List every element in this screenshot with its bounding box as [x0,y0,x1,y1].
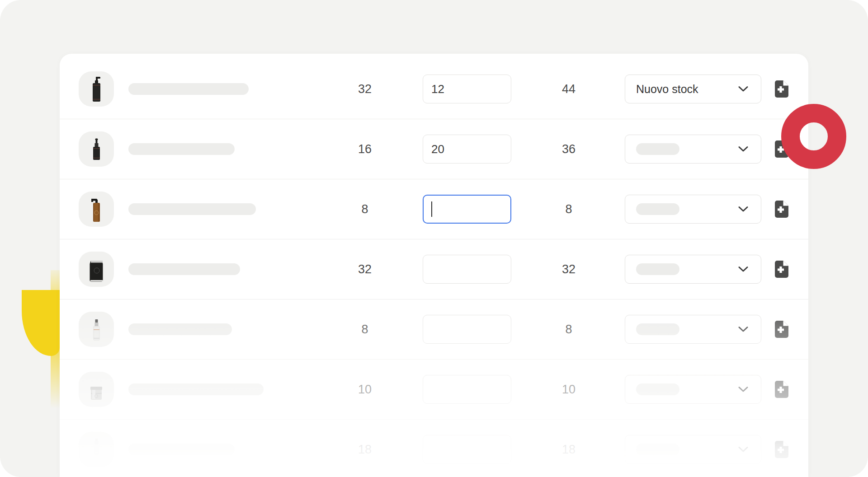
file-plus-icon [775,321,788,338]
current-stock-value: 8 [335,323,394,337]
add-document-button[interactable] [775,261,788,278]
add-document-button[interactable] [775,321,788,338]
total-stock-value: 8 [539,323,598,337]
chevron-down-icon [738,86,748,92]
current-stock-value: 32 [335,262,394,276]
file-plus-icon [775,80,788,98]
new-stock-input[interactable] [423,435,511,464]
pump-bottle-amber-icon [86,196,106,223]
new-stock-input[interactable]: 20 [423,135,511,164]
current-stock-value: 8 [335,202,394,216]
file-plus-icon [775,201,788,218]
select-placeholder-skeleton [636,444,679,455]
select-selected-value: Nuovo stock [636,83,698,96]
stock-action-select[interactable]: Nuovo stock [625,75,761,103]
table-row: 8 8 [60,299,808,360]
table-row: 32 32 [60,239,808,299]
total-stock-value: 10 [539,383,598,397]
file-plus-icon [775,261,788,278]
total-stock-value: 8 [539,202,598,216]
stock-action-select[interactable] [625,435,761,464]
new-stock-input[interactable] [423,195,511,224]
product-name-skeleton [128,83,249,95]
product-thumbnail [79,432,114,467]
product-thumbnail [79,192,114,227]
chevron-down-icon [738,267,748,272]
new-stock-input[interactable] [423,375,511,404]
current-stock-value: 18 [335,443,394,457]
stock-action-select[interactable] [625,195,761,224]
stock-action-select[interactable] [625,315,761,344]
table-row: 8 8 [60,179,808,239]
serum-bottle-white-icon [86,316,106,343]
current-stock-value: 16 [335,142,394,156]
stock-table-card: 32 12 44 Nuovo stock 16 20 [60,54,808,477]
current-stock-value: 10 [335,383,394,397]
text-cursor [431,201,432,217]
product-name-skeleton [128,203,256,215]
stock-action-select[interactable] [625,135,761,164]
product-thumbnail [79,131,114,167]
product-thumbnail [79,312,114,347]
stock-table: 32 12 44 Nuovo stock 16 20 [60,59,808,477]
add-document-button[interactable] [775,381,788,398]
table-row: 16 20 36 [60,119,808,179]
chevron-down-icon [738,146,748,152]
chevron-down-icon [738,327,748,332]
product-name-skeleton [128,444,235,455]
current-stock-value: 32 [335,82,394,96]
select-placeholder-skeleton [636,263,679,275]
new-stock-input-value: 20 [431,142,444,156]
new-stock-input[interactable] [423,255,511,284]
yellow-blur-strip-decoration [51,270,61,408]
chevron-down-icon [738,206,748,212]
product-thumbnail [79,252,114,287]
table-row: 32 12 44 Nuovo stock [60,59,808,119]
new-stock-input[interactable] [423,315,511,344]
new-stock-input[interactable]: 12 [423,75,511,103]
table-row: 18 18 [60,420,808,477]
table-row: 10 10 [60,360,808,420]
file-plus-icon [775,381,788,398]
total-stock-value: 32 [539,262,598,276]
add-document-button[interactable] [775,80,788,98]
pump-bottle-black-icon [86,75,106,103]
select-placeholder-skeleton [636,383,679,395]
new-stock-input-value: 12 [431,82,444,96]
total-stock-value: 36 [539,142,598,156]
product-thumbnail [79,71,114,107]
product-name-skeleton [128,263,240,275]
jar-silver-icon [85,376,107,403]
product-thumbnail [79,372,114,407]
chevron-down-icon [738,387,748,393]
stock-action-select[interactable] [625,255,761,284]
total-stock-value: 44 [539,82,598,96]
red-ring-decoration [781,104,846,169]
select-placeholder-skeleton [636,203,679,215]
product-name-skeleton [128,323,232,335]
add-document-button[interactable] [775,441,788,458]
total-stock-value: 18 [539,443,598,457]
add-document-button[interactable] [775,201,788,218]
dropper-bottle-black-icon [86,136,106,163]
file-plus-icon [775,441,788,458]
bottle-pale-icon [86,436,106,463]
stock-action-select[interactable] [625,375,761,404]
select-placeholder-skeleton [636,143,679,155]
select-placeholder-skeleton [636,323,679,335]
product-name-skeleton [128,383,264,395]
page-background: 32 12 44 Nuovo stock 16 20 [0,0,868,477]
chevron-down-icon [738,447,748,453]
product-name-skeleton [128,143,235,155]
pouch-black-icon [85,256,107,283]
